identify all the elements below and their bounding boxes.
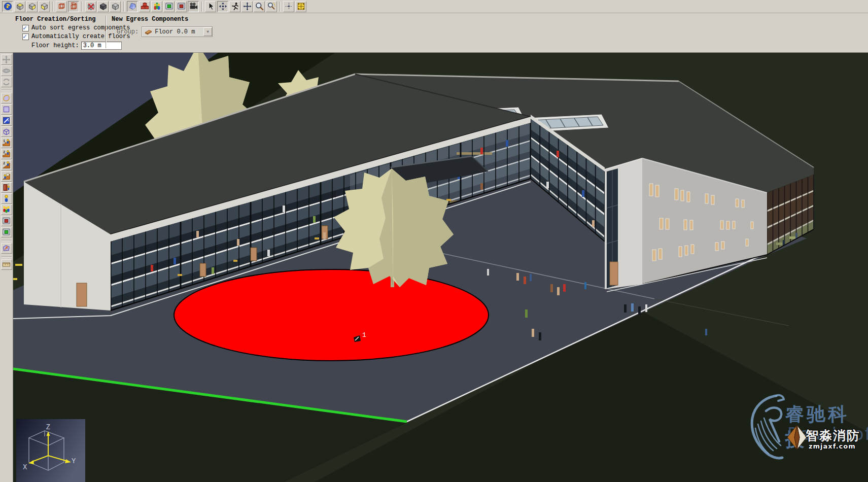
- cubes-red-icon: [141, 2, 149, 11]
- sidebar-polygon-room-tool[interactable]: [1, 93, 12, 104]
- toolbar-zoom-tool[interactable]: [254, 1, 265, 12]
- toolbar-solid-dark-mode[interactable]: [97, 1, 109, 12]
- sidebar-exit-red-tool[interactable]: [1, 216, 12, 226]
- ramp-icon: [2, 172, 11, 181]
- nav-icon: [4, 2, 12, 11]
- door-icon: [2, 116, 11, 125]
- toolbar-camera-views[interactable]: [188, 1, 199, 12]
- mon-red-icon: [2, 217, 11, 225]
- cube-dark-icon: [99, 2, 108, 11]
- toolbar-zoom-select-tool[interactable]: [266, 1, 277, 12]
- region-icon: [2, 244, 11, 253]
- toolbar-center-view[interactable]: [283, 1, 294, 12]
- egress-panel-title: New Egress Components: [112, 16, 213, 23]
- egress-zone-ellipse[interactable]: [174, 269, 489, 361]
- new-egress-panel: New Egress Components Group: Floor 0.0 m…: [112, 13, 213, 52]
- sidebar-refine-region-tool[interactable]: [1, 243, 12, 254]
- sidebar-pan-view[interactable]: [1, 54, 12, 65]
- toolbar-orbit-tool[interactable]: [217, 1, 228, 12]
- sidebar-door-tool[interactable]: [1, 115, 12, 126]
- auto-sort-checkbox[interactable]: [22, 25, 29, 31]
- toolbar-select-tool[interactable]: [205, 1, 216, 12]
- scene-3d-canvas[interactable]: 1: [13, 53, 868, 482]
- sidebar-occupant-tool[interactable]: [1, 193, 12, 204]
- sidebar-stair-one-tool[interactable]: [1, 137, 12, 148]
- toolbar-view-front[interactable]: [26, 1, 38, 12]
- group-label: Group:: [117, 28, 138, 36]
- group-icon: [2, 205, 11, 214]
- spin-g-icon: [2, 78, 11, 86]
- toolbar-perspective-view[interactable]: [2, 1, 13, 12]
- toolbar-show-exits-green[interactable]: [163, 1, 175, 12]
- toolbar-show-groups[interactable]: [139, 1, 150, 12]
- group-dropdown[interactable]: Floor 0.0 m ▼: [142, 26, 213, 37]
- sidebar-occupant-group-tool[interactable]: [1, 204, 12, 215]
- sidebar-elevator-tool[interactable]: [1, 182, 12, 193]
- move-icon: [243, 2, 252, 11]
- floor-creation-panel: Floor Creation/Sorting Auto sort egress …: [0, 13, 101, 52]
- mon-red-icon: [177, 2, 186, 11]
- main-toolbar: [0, 0, 868, 13]
- stair2b-icon: [2, 161, 11, 169]
- sidebar-stair-two-tool[interactable]: [1, 149, 12, 159]
- floor-height-label: Floor height:: [31, 42, 79, 49]
- right-block-door: [610, 262, 618, 285]
- grid-icon: [297, 2, 305, 11]
- sidebar-stair-alt-tool[interactable]: [1, 160, 12, 170]
- toolbar-view-side[interactable]: [39, 1, 50, 12]
- sidebar-measure-tool[interactable]: [1, 259, 12, 270]
- sidebar-extrude-room-tool[interactable]: [1, 126, 12, 137]
- toolbar-walk-tool[interactable]: [229, 1, 240, 12]
- cursor-icon: [206, 2, 215, 11]
- mon-green-icon: [2, 228, 11, 236]
- sidebar-rectangle-room-tool[interactable]: [1, 104, 12, 115]
- toolbar-show-exits-red[interactable]: [176, 1, 187, 12]
- sidebar-separator: [2, 90, 12, 91]
- sidebar-exit-green-tool[interactable]: [1, 227, 12, 237]
- cube-top-icon: [16, 2, 24, 11]
- sidebar-ramp-tool[interactable]: [1, 171, 12, 182]
- toolbar-separator: [52, 2, 53, 12]
- toolbar-wireframe-mode[interactable]: [56, 1, 67, 12]
- toolbar-snap-grid[interactable]: [295, 1, 306, 12]
- orbit-icon: [219, 2, 227, 11]
- drawing-tools-sidebar: [0, 53, 13, 482]
- stair1-icon: [2, 139, 11, 147]
- toolbar-show-occupants[interactable]: [151, 1, 162, 12]
- cube-side-icon: [40, 2, 49, 11]
- toolbar-view-top[interactable]: [14, 1, 25, 12]
- toolbar-wireframe-open-mode[interactable]: [68, 1, 79, 12]
- pan-g-icon: [2, 55, 11, 64]
- ruler-icon: [2, 260, 11, 269]
- sidebar-orbit-view[interactable]: [1, 65, 12, 76]
- toolbar-separator: [201, 2, 202, 12]
- exit-mark-left: [15, 264, 22, 266]
- auto-create-checkbox[interactable]: [22, 33, 29, 40]
- cube-x-icon: [87, 2, 95, 11]
- svg-text:X: X: [23, 463, 27, 471]
- person-icon: [2, 194, 11, 203]
- toolbar-separator: [280, 2, 281, 12]
- floor-panel-title: Floor Creation/Sorting: [15, 16, 101, 23]
- center-icon: [285, 2, 293, 11]
- sidebar-spin-view[interactable]: [1, 77, 12, 87]
- wirecube-open-icon: [70, 2, 78, 11]
- svg-text:Y: Y: [72, 457, 76, 465]
- sidebar-separator: [2, 256, 12, 257]
- axes-gizmo[interactable]: Z Y X: [16, 419, 85, 482]
- toolbar-separator: [123, 2, 124, 12]
- toolbar-pan-tool[interactable]: [241, 1, 253, 12]
- toolbar-hide-objects[interactable]: [85, 1, 96, 12]
- svg-text:1: 1: [362, 331, 366, 339]
- orbit-g-icon: [2, 66, 11, 75]
- svg-text:Z: Z: [46, 423, 50, 431]
- cube-corner-icon: [28, 2, 37, 11]
- dropdown-arrow-icon[interactable]: ▼: [203, 27, 212, 36]
- ribbon-separator: [106, 16, 107, 48]
- toolbar-show-navmesh[interactable]: [127, 1, 138, 12]
- toolbar-solid-mode[interactable]: [110, 1, 121, 12]
- group-dropdown-value: Floor 0.0 m: [155, 28, 195, 36]
- box-wire-icon: [2, 127, 11, 136]
- floor-slab-icon: [144, 29, 153, 35]
- 3d-viewport[interactable]: 1: [13, 53, 868, 482]
